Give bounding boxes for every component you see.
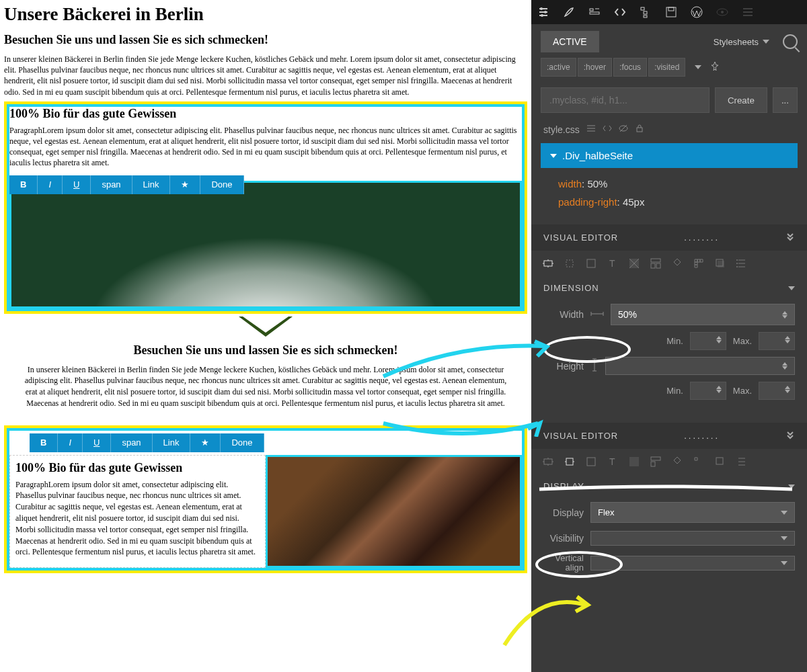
grid-tool-icon[interactable] [691,256,706,271]
done-button[interactable]: Done [200,175,243,194]
min-label: Min. [664,332,686,350]
grid-tool-icon[interactable] [691,454,706,469]
dimension-panel-header[interactable]: DIMENSION [531,276,807,300]
selected-block-2[interactable]: B I U span Link ★ Done 100% Bio für das … [4,425,527,574]
more-button[interactable]: ... [773,87,798,113]
underline-button[interactable]: U [83,433,111,452]
svg-text:T: T [609,456,615,467]
dimension-tool-icon[interactable] [541,454,555,469]
list-tool-icon[interactable] [734,256,749,271]
svg-rect-18 [587,259,595,267]
flex-heading: 100% Bio für das gute Gewissen [15,461,260,475]
selector-input-row: Create ... [531,82,807,118]
tree-icon[interactable] [639,5,652,19]
settings-icon[interactable] [537,5,550,19]
width-max-input[interactable] [759,332,795,350]
svg-rect-22 [651,263,655,268]
svg-rect-29 [544,459,552,464]
width-input[interactable]: 50% [611,304,795,325]
border-tool-icon[interactable] [584,256,599,271]
pseudo-focus[interactable]: :focus [613,58,647,77]
save-icon[interactable] [664,5,678,19]
flex-half-text[interactable]: 100% Bio für das gute Gewissen Paragraph… [9,455,266,569]
width-row: Width 50% [531,300,807,329]
width-min-input[interactable] [690,332,726,350]
pseudo-visited[interactable]: :visited [648,58,685,77]
dandelion-image[interactable] [9,181,522,308]
tool-icon-row-1: T [531,251,807,276]
display-panel-header[interactable]: DISPLAY [531,474,807,498]
span-button[interactable]: span [91,175,132,194]
transform-tool-icon[interactable] [670,256,685,271]
shadow-tool-icon[interactable] [713,454,728,469]
top-icon-bar [531,0,807,24]
search-icon[interactable] [783,34,798,49]
svg-text:T: T [609,258,615,269]
italic-button[interactable]: I [58,433,83,452]
pin-icon[interactable] [709,61,720,74]
menu-icon[interactable] [741,5,755,19]
layout-tool-icon[interactable] [648,256,663,271]
svg-point-28 [736,266,738,267]
display-tool-icon[interactable] [562,454,577,469]
max-label: Max. [730,332,755,350]
tab-stylesheets[interactable]: Stylesheets [705,32,777,52]
transform-tool-icon[interactable] [670,454,685,469]
svg-rect-35 [651,462,655,466]
visual-editor-header-2[interactable]: VISUAL EDITOR ........ [531,423,807,449]
svg-point-26 [736,259,738,261]
shadow-tool-icon[interactable] [713,256,728,271]
star-button[interactable]: ★ [170,175,200,194]
background-tool-icon[interactable] [627,256,642,271]
brush-icon[interactable] [562,5,576,19]
eye-icon[interactable] [716,5,729,19]
css-prop-width[interactable]: width: 50% [558,175,780,193]
border-tool-icon[interactable] [584,454,599,469]
dimension-tool-icon[interactable] [541,256,555,271]
css-prop-padding[interactable]: padding-right: 45px [558,193,780,211]
span-button[interactable]: span [111,433,152,452]
selected-block-1[interactable]: 100% Bio für das gute Gewissen Paragraph… [4,101,527,314]
selector-item[interactable]: .Div_halbeSeite [541,143,798,168]
link-button[interactable]: Link [132,175,171,194]
layout-tool-icon[interactable] [648,454,663,469]
pseudo-active[interactable]: :active [541,58,576,77]
flex-text: ParagraphLorem ipsum dolor sit amet, con… [15,479,260,558]
display-select[interactable]: Flex [590,502,795,523]
done-button[interactable]: Done [221,433,264,452]
width-indicator-icon [590,310,604,320]
visual-editor-header[interactable]: VISUAL EDITOR ........ [531,224,807,251]
italic-button[interactable]: I [38,175,63,194]
svg-rect-30 [566,458,573,465]
chevron-down-icon[interactable] [695,65,701,69]
height-max-input[interactable] [759,382,795,400]
svg-point-2 [541,14,543,17]
visibility-select[interactable] [590,531,795,546]
background-tool-icon[interactable] [627,454,642,469]
pseudo-hover[interactable]: :hover [578,58,612,77]
grid-icon[interactable] [588,5,601,19]
svg-rect-17 [566,260,573,267]
list-tool-icon[interactable] [734,454,749,469]
svg-rect-16 [544,261,552,266]
star-button[interactable]: ★ [190,433,221,452]
bold-button[interactable]: B [30,433,58,452]
height-input[interactable] [605,357,795,375]
link-button[interactable]: Link [153,433,191,452]
text-tool-icon[interactable]: T [605,454,620,469]
tab-active[interactable]: ACTIVE [541,31,599,52]
bold-button[interactable]: B [9,175,38,194]
list-icon [586,124,596,135]
wordpress-icon[interactable] [690,5,703,19]
height-min-input[interactable] [690,382,726,400]
create-button[interactable]: Create [715,87,767,113]
text-tool-icon[interactable]: T [605,256,620,271]
margin-tool-icon[interactable] [562,256,577,271]
selector-input[interactable] [541,87,709,113]
code-icon[interactable] [613,5,627,19]
inline-edit-toolbar: B I U span Link ★ Done [9,175,244,194]
underline-button[interactable]: U [63,175,91,194]
muffin-image[interactable] [266,455,522,569]
svg-rect-9 [668,7,674,11]
css-file-row[interactable]: style.css [531,118,807,140]
